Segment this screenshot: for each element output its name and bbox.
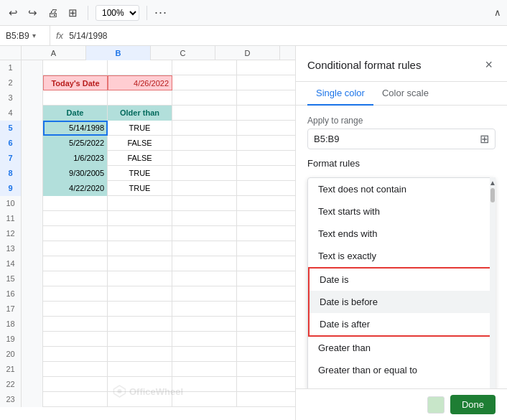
- color-swatch[interactable]: [427, 396, 445, 414]
- dropdown-item-text-starts-with[interactable]: Text starts with: [308, 200, 495, 223]
- sidebar: Conditional format rules × Single color …: [295, 46, 507, 420]
- format-rules-section: Format rules: [307, 158, 496, 169]
- table-row: 94/22/2020TRUE: [0, 181, 295, 196]
- zoom-select[interactable]: 100%: [96, 5, 139, 21]
- sidebar-header: Conditional format rules ×: [296, 46, 507, 82]
- table-row: 65/25/2022FALSE: [0, 136, 295, 151]
- table-row: 11: [0, 211, 295, 226]
- apply-range-section: Apply to range ⊞: [307, 116, 496, 149]
- table-row: 21: [0, 362, 295, 377]
- table-row: 14: [0, 256, 295, 271]
- toolbar-separator2: [146, 6, 147, 20]
- print-icon[interactable]: 🖨: [45, 5, 61, 20]
- table-row: 89/30/2005TRUE: [0, 166, 295, 181]
- table-row: 1: [0, 60, 295, 75]
- toolbar-separator: [88, 6, 88, 20]
- sidebar-title: Conditional format rules: [307, 59, 421, 71]
- dropdown-item-greater-than[interactable]: Greater than: [308, 337, 495, 359]
- col-header-a[interactable]: A: [22, 46, 86, 60]
- table-row: 3: [0, 90, 295, 106]
- date-group-border: Date is Date is before Date is after: [308, 267, 495, 337]
- sidebar-content: Apply to range ⊞ Format rules Text does …: [296, 106, 507, 388]
- dropdown-menu[interactable]: Text does not contain Text starts with T…: [307, 177, 496, 388]
- apply-range-label: Apply to range: [307, 116, 496, 126]
- table-row: 13: [0, 241, 295, 256]
- scroll-thumb[interactable]: [490, 188, 495, 202]
- dropdown-item-date-before[interactable]: Date is before: [310, 291, 493, 313]
- dropdown-item-date-after[interactable]: Date is after: [310, 313, 493, 335]
- table-row: 2Today's Date4/26/2022: [0, 75, 295, 90]
- table-row: 71/6/2023FALSE: [0, 151, 295, 166]
- dropdown-item-date-is[interactable]: Date is: [310, 269, 493, 291]
- redo-icon[interactable]: ↪: [25, 5, 40, 21]
- collapse-icon[interactable]: ∧: [494, 7, 501, 18]
- range-input[interactable]: [314, 134, 477, 144]
- range-grid-icon[interactable]: ⊞: [480, 132, 489, 146]
- cell-ref-value: B5:B9: [6, 31, 29, 41]
- svg-point-1: [117, 389, 121, 393]
- dropdown-item-less-than[interactable]: Less than: [308, 381, 495, 388]
- cell-reference[interactable]: B5:B9 ▾: [0, 26, 50, 45]
- tab-color-scale[interactable]: Color scale: [373, 82, 437, 106]
- formula-value: 5/14/1998: [69, 31, 107, 41]
- table-row: 15: [0, 271, 295, 286]
- main-area: A B C D 1 2Today's Date4/26/2022 3 4Date…: [0, 46, 507, 420]
- more-icon[interactable]: ···: [154, 5, 167, 20]
- table-row: 18: [0, 317, 295, 332]
- tab-single-color[interactable]: Single color: [307, 82, 373, 106]
- toolbar: ↩ ↪ 🖨 ⊞ 100% ··· ∧: [0, 0, 507, 26]
- table-row: 20: [0, 347, 295, 362]
- table-row: 12: [0, 226, 295, 241]
- format-rules-label: Format rules: [307, 158, 496, 169]
- table-row: 17: [0, 302, 295, 317]
- cell-ref-chevron-icon: ▾: [32, 32, 36, 39]
- close-button[interactable]: ×: [482, 56, 496, 74]
- rows: 1 2Today's Date4/26/2022 3 4DateOlder th…: [0, 60, 295, 407]
- table-row: 55/14/1998TRUE: [0, 121, 295, 136]
- dropdown-item-text-exactly[interactable]: Text is exactly: [308, 245, 495, 267]
- col-headers: A B C D: [0, 46, 295, 60]
- table-row: 4DateOlder than Today?: [0, 106, 295, 121]
- fx-icon: fx: [50, 30, 69, 41]
- color-preview-row: [427, 396, 445, 414]
- scroll-track[interactable]: ▲: [490, 177, 496, 388]
- sidebar-tabs: Single color Color scale: [296, 82, 507, 106]
- col-header-b[interactable]: B: [86, 46, 151, 60]
- format-rules-dropdown: Text does not contain Text starts with T…: [307, 177, 496, 388]
- scroll-up-icon[interactable]: ▲: [489, 179, 496, 187]
- undo-icon[interactable]: ↩: [6, 5, 21, 21]
- dropdown-item-greater-equal[interactable]: Greater than or equal to: [308, 359, 495, 381]
- spreadsheet[interactable]: A B C D 1 2Today's Date4/26/2022 3 4Date…: [0, 46, 295, 420]
- done-button[interactable]: Done: [450, 395, 496, 414]
- dropdown-item-text-ends-with[interactable]: Text ends with: [308, 223, 495, 245]
- col-header-d[interactable]: D: [215, 46, 280, 60]
- range-input-row[interactable]: ⊞: [307, 129, 496, 149]
- sidebar-bottom: Done: [296, 388, 507, 420]
- col-header-c[interactable]: C: [151, 46, 215, 60]
- corner-cell: [0, 46, 22, 60]
- formula-bar: B5:B9 ▾ fx 5/14/1998: [0, 26, 507, 46]
- table-row: 16: [0, 286, 295, 302]
- table-row: 10: [0, 196, 295, 211]
- dropdown-item-text-no-contain[interactable]: Text does not contain: [308, 178, 495, 200]
- table-row: 19: [0, 332, 295, 347]
- format-icon[interactable]: ⊞: [65, 5, 80, 21]
- watermark: OfficeWheel: [112, 384, 183, 398]
